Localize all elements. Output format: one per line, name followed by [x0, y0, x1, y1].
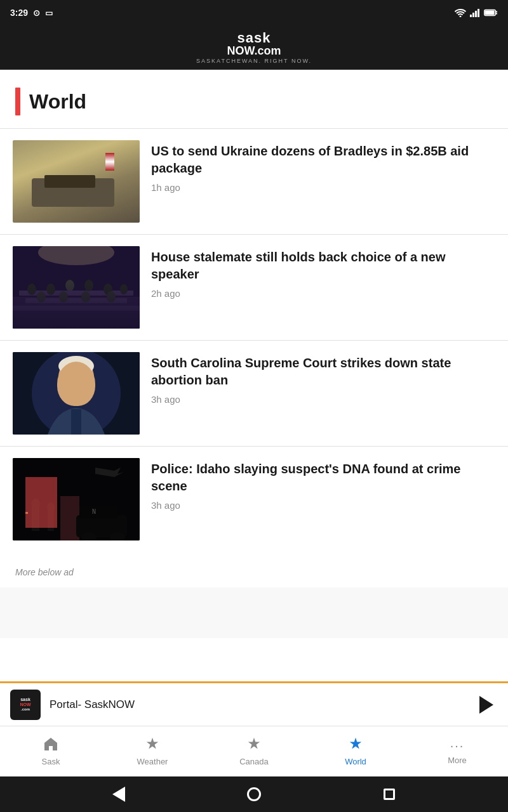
news-info-3: South Carolina Supreme Court strikes dow…	[151, 352, 495, 405]
svg-rect-9	[13, 297, 140, 329]
news-info-2: House stalemate still holds back choice …	[151, 246, 495, 299]
svg-point-20	[59, 291, 68, 303]
svg-point-17	[104, 284, 112, 295]
nav-item-canada[interactable]: Canada	[203, 726, 305, 776]
podcast-title: Portal- SaskNOW	[50, 698, 466, 711]
logo-now-text: NOW.com	[227, 45, 281, 56]
news-item-3[interactable]: South Carolina Supreme Court strikes dow…	[0, 340, 508, 446]
podcast-logo: sask NOW .com	[10, 690, 41, 720]
svg-rect-5	[485, 11, 495, 15]
recent-icon	[384, 789, 395, 800]
status-icon-circle: ⊙	[33, 8, 40, 18]
android-back-button[interactable]	[109, 785, 128, 804]
nav-icon-more: ···	[450, 738, 465, 753]
svg-point-14	[46, 284, 55, 295]
nav-label-more: More	[448, 756, 467, 765]
svg-rect-12	[13, 306, 140, 311]
nav-item-weather[interactable]: Weather	[102, 726, 203, 776]
svg-point-35	[31, 499, 40, 509]
svg-text:N: N	[92, 508, 96, 515]
news-time-3: 3h ago	[151, 394, 495, 405]
news-thumbnail-4: N	[13, 458, 140, 540]
android-nav-bar	[0, 776, 508, 812]
android-recent-button[interactable]	[380, 785, 399, 804]
person-svg	[13, 352, 140, 435]
svg-rect-34	[32, 506, 39, 531]
news-time-1: 1h ago	[151, 182, 495, 193]
svg-rect-1	[472, 13, 474, 17]
android-home-button[interactable]	[244, 785, 264, 804]
news-info-4: Police: Idaho slaying suspect's DNA foun…	[151, 458, 495, 511]
nav-label-weather: Weather	[137, 757, 168, 766]
bottom-nav: Sask Weather Canada World ··· More	[0, 726, 508, 776]
news-info-1: US to send Ukraine dozens of Bradleys in…	[151, 140, 495, 193]
congress-svg	[13, 246, 140, 329]
svg-rect-2	[475, 11, 477, 17]
news-headline-1: US to send Ukraine dozens of Bradleys in…	[151, 143, 495, 177]
nav-label-sask: Sask	[42, 757, 60, 766]
podcast-bar[interactable]: sask NOW .com Portal- SaskNOW	[0, 681, 508, 726]
signal-icon	[470, 8, 480, 17]
nav-icon-world	[348, 737, 363, 754]
svg-rect-0	[470, 15, 472, 17]
news-headline-3: South Carolina Supreme Court strikes dow…	[151, 355, 495, 389]
news-headline-4: Police: Idaho slaying suspect's DNA foun…	[151, 461, 495, 495]
svg-point-13	[27, 284, 36, 295]
svg-point-15	[65, 280, 74, 291]
svg-rect-36	[48, 509, 54, 531]
nav-label-canada: Canada	[239, 757, 269, 766]
app-header: sask NOW.com Saskatchewan. RIGHT NOW.	[0, 25, 508, 70]
status-left: 3:29 ⊙ ▭	[10, 8, 53, 18]
dark-svg: N	[13, 458, 140, 540]
svg-point-22	[107, 291, 116, 303]
podcast-play-button[interactable]	[475, 693, 498, 716]
status-bar: 3:29 ⊙ ▭	[0, 0, 508, 25]
svg-point-21	[81, 291, 90, 303]
app-logo: sask NOW.com Saskatchewan. RIGHT NOW.	[196, 31, 312, 64]
news-item-2[interactable]: House stalemate still holds back choice …	[0, 234, 508, 340]
news-item-1[interactable]: US to send Ukraine dozens of Bradleys in…	[0, 128, 508, 234]
status-icon-battery-indicator: ▭	[45, 8, 53, 18]
svg-rect-42	[79, 506, 117, 518]
svg-rect-33	[35, 514, 37, 515]
svg-point-18	[120, 284, 128, 294]
battery-icon	[484, 9, 498, 16]
wifi-icon	[455, 8, 466, 17]
nav-label-world: World	[345, 757, 366, 766]
news-time-2: 2h ago	[151, 288, 495, 299]
nav-icon-canada	[246, 737, 262, 754]
nav-item-world[interactable]: World	[305, 726, 406, 776]
ad-space	[0, 587, 508, 638]
news-time-4: 3h ago	[151, 500, 495, 511]
news-thumbnail-1	[13, 140, 140, 223]
nav-item-sask[interactable]: Sask	[0, 726, 102, 776]
news-item-4[interactable]: N Police: Idaho slaying suspect's DNA fo…	[0, 446, 508, 552]
svg-point-19	[37, 291, 46, 303]
news-thumbnail-3	[13, 352, 140, 435]
svg-point-30	[81, 377, 86, 381]
red-accent-bar	[15, 88, 20, 115]
svg-point-16	[84, 280, 93, 291]
news-thumbnail-2	[13, 246, 140, 329]
svg-rect-10	[19, 291, 133, 296]
nav-icon-sask	[43, 737, 58, 754]
news-headline-2: House stalemate still holds back choice …	[151, 249, 495, 283]
svg-rect-32	[25, 512, 28, 514]
status-right	[455, 8, 498, 17]
flag-decoration	[105, 153, 114, 171]
nav-item-more[interactable]: ··· More	[406, 726, 508, 776]
svg-point-29	[66, 377, 71, 381]
logo-sask-text: sask	[237, 31, 271, 45]
nav-icon-weather	[145, 737, 160, 754]
page-title-section: World	[0, 70, 508, 128]
home-icon	[247, 787, 261, 801]
play-icon	[479, 696, 493, 714]
svg-point-37	[47, 502, 55, 511]
page-title: World	[29, 90, 86, 114]
svg-rect-11	[25, 298, 127, 303]
svg-rect-3	[478, 9, 479, 17]
more-below-ad-label: More below ad	[0, 552, 508, 587]
svg-point-27	[58, 356, 94, 376]
main-content: World US to send Ukraine dozens of Bradl…	[0, 70, 508, 681]
logo-subtitle: Saskatchewan. RIGHT NOW.	[196, 58, 312, 64]
